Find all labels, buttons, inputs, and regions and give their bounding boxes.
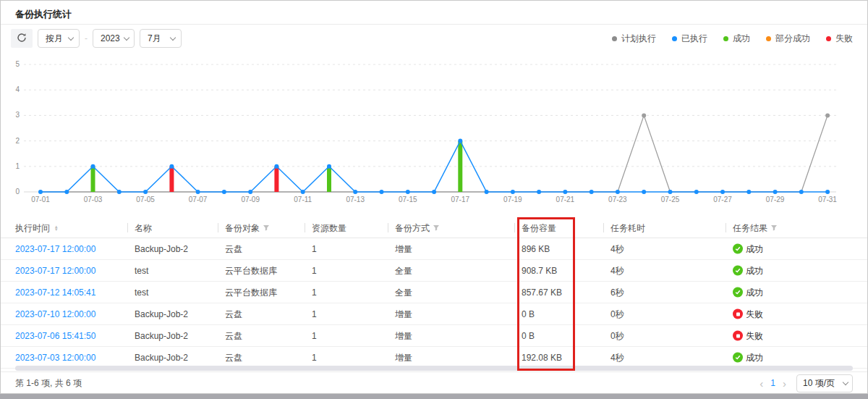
filter-icon[interactable] [263, 224, 270, 232]
task-result-cell: 成功 [733, 286, 763, 298]
task-result-cell: 失败 [733, 329, 763, 342]
horizontal-scrollbar[interactable] [15, 366, 853, 371]
svg-text:07-19: 07-19 [503, 196, 522, 203]
chevron-down-icon [68, 34, 74, 40]
svg-text:2: 2 [15, 137, 20, 145]
success-icon [733, 353, 743, 363]
cell-mode: 全量 [395, 264, 412, 277]
legend-item-0[interactable]: 计划执行 [612, 33, 656, 45]
column-divider [603, 223, 604, 232]
cell-size: 896 KB [522, 244, 550, 254]
legend-label: 失败 [835, 33, 853, 45]
column-divider [218, 223, 218, 232]
column-header-7: 任务耗时 [610, 222, 645, 234]
page-size-select[interactable]: 10 项/页 [796, 374, 853, 392]
svg-text:4: 4 [15, 85, 20, 93]
filter-icon[interactable] [433, 224, 440, 232]
column-divider [726, 223, 726, 232]
execution-time-link[interactable]: 2023-07-17 12:00:00 [15, 244, 95, 254]
cell-count: 1 [312, 353, 317, 363]
legend-label: 部分成功 [775, 33, 810, 45]
column-label: 执行时间 [15, 222, 50, 234]
cell-size: 192.08 KB [522, 353, 562, 363]
column-divider [127, 223, 128, 232]
execution-time-link[interactable]: 2023-07-03 12:00:00 [15, 353, 95, 363]
legend-item-3[interactable]: 部分成功 [766, 33, 810, 45]
legend-dot-icon [612, 36, 617, 41]
svg-text:07-09: 07-09 [241, 196, 260, 203]
next-page-button[interactable]: › [783, 378, 786, 389]
cell-duration: 4秒 [610, 351, 624, 364]
task-result-cell: 失败 [733, 308, 763, 320]
filter-icon[interactable] [770, 224, 778, 232]
cell-duration: 0秒 [610, 329, 624, 342]
legend-item-4[interactable]: 失败 [826, 33, 853, 45]
cell-target: 云盘 [225, 308, 242, 320]
column-header-3[interactable]: 备份对象 [225, 222, 270, 234]
column-header-5[interactable]: 备份方式 [395, 222, 440, 234]
svg-text:07-21: 07-21 [556, 196, 575, 203]
svg-text:07-05: 07-05 [136, 196, 155, 203]
svg-text:07-25: 07-25 [661, 196, 680, 203]
pagination: ‹ 1 › 10 项/页 [760, 374, 853, 392]
cell-size: 0 B [522, 309, 535, 319]
chevron-down-icon [843, 379, 848, 385]
cell-count: 1 [312, 266, 317, 276]
cell-size: 857.67 KB [522, 287, 562, 298]
column-header-8[interactable]: 任务结果 [733, 222, 778, 234]
cell-count: 1 [312, 287, 317, 298]
fail-icon [733, 331, 743, 341]
success-icon [733, 266, 743, 276]
sort-icon[interactable]: ▴▾ [55, 224, 58, 231]
cell-duration: 6秒 [610, 286, 624, 298]
period-select[interactable]: 按月 [38, 29, 80, 48]
task-result-cell: 成功 [733, 351, 763, 364]
cell-mode: 增量 [395, 329, 412, 342]
cell-duration: 4秒 [610, 243, 624, 255]
table-row: 2023-07-17 12:00:00test云平台数据库1全量908.7 KB… [1, 260, 867, 282]
toolbar: 按月 - 2023 7月 计划执行已执行成功部分成功失败 [11, 28, 853, 49]
execution-time-link[interactable]: 2023-07-06 15:41:50 [15, 331, 95, 341]
cell-target: 云平台数据库 [225, 264, 277, 277]
column-label: 资源数量 [312, 222, 346, 234]
svg-text:3: 3 [15, 111, 20, 119]
svg-text:07-27: 07-27 [713, 196, 732, 203]
cell-size: 908.7 KB [522, 266, 557, 276]
current-page[interactable]: 1 [770, 378, 775, 388]
column-label: 名称 [135, 222, 152, 234]
refresh-button[interactable] [11, 29, 33, 48]
column-header-1[interactable]: 执行时间▴▾ [15, 222, 58, 234]
execution-time-link[interactable]: 2023-07-12 14:05:41 [15, 287, 95, 298]
task-result-cell: 成功 [733, 243, 763, 255]
month-select[interactable]: 7月 [140, 29, 182, 48]
result-label: 成功 [746, 264, 763, 277]
cell-name: Backup-Job-2 [135, 309, 188, 319]
page-size-value: 10 项/页 [803, 377, 835, 390]
execution-time-link[interactable]: 2023-07-17 12:00:00 [15, 266, 95, 276]
legend-item-1[interactable]: 已执行 [672, 33, 707, 45]
year-select[interactable]: 2023 [93, 29, 135, 48]
cell-name: Backup-Job-2 [135, 353, 188, 363]
svg-text:07-29: 07-29 [766, 196, 785, 203]
svg-text:07-23: 07-23 [608, 196, 627, 203]
prev-page-button[interactable]: ‹ [760, 378, 763, 389]
pagination-summary: 第 1-6 项, 共 6 项 [15, 377, 82, 390]
svg-text:07-15: 07-15 [399, 196, 417, 203]
svg-text:1: 1 [15, 162, 20, 170]
svg-text:5: 5 [15, 60, 20, 68]
column-divider [388, 223, 388, 232]
legend-label: 已执行 [681, 33, 707, 45]
refresh-icon [17, 33, 27, 45]
svg-text:07-13: 07-13 [346, 196, 365, 203]
column-divider [305, 223, 305, 232]
column-label: 备份对象 [225, 222, 260, 234]
table-header-row: 执行时间▴▾名称备份对象资源数量备份方式备份容量任务耗时任务结果 [1, 218, 867, 238]
column-label: 备份容量 [522, 222, 556, 234]
cell-count: 1 [312, 244, 317, 254]
legend-item-2[interactable]: 成功 [723, 33, 750, 45]
backup-statistics-panel: 备份执行统计 按月 - 2023 7月 [0, 0, 868, 394]
column-divider [514, 223, 515, 232]
table-row: 2023-07-17 12:00:00Backup-Job-2云盘1增量896 … [1, 238, 867, 260]
execution-time-link[interactable]: 2023-07-10 12:00:00 [15, 309, 95, 319]
cell-target: 云盘 [225, 351, 242, 364]
